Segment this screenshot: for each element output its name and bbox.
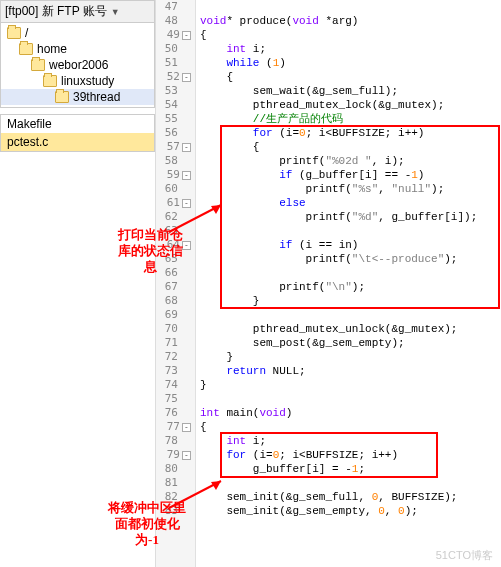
code-line[interactable]: sem_wait(&g_sem_full);: [196, 84, 501, 98]
left-panel: [ftp00] 新 FTP 账号 ▼ /homewebor2006linuxst…: [0, 0, 155, 567]
line-number: 54: [165, 98, 178, 112]
line-number: 53: [165, 84, 178, 98]
gutter-line: 54: [156, 98, 191, 112]
gutter-line: 76: [156, 406, 191, 420]
code-line[interactable]: printf("%s", "null");: [196, 182, 501, 196]
fold-icon[interactable]: -: [182, 423, 191, 432]
code-line[interactable]: for (i=0; i<BUFFSIZE; i++): [196, 448, 501, 462]
code-line[interactable]: }: [196, 294, 501, 308]
code-line[interactable]: printf("\t<--produce");: [196, 252, 501, 266]
code-line[interactable]: int main(void): [196, 406, 501, 420]
line-number: 68: [165, 294, 178, 308]
line-number: 56: [165, 126, 178, 140]
tree-label: 39thread: [73, 90, 120, 104]
line-number: 51: [165, 56, 178, 70]
folder-tree: /homewebor2006linuxstudy39thread: [0, 23, 155, 108]
line-number: 60: [165, 182, 178, 196]
line-number: 78: [165, 434, 178, 448]
gutter-line: 72: [156, 350, 191, 364]
code-line[interactable]: }: [196, 378, 501, 392]
code-line[interactable]: }: [196, 350, 501, 364]
line-number: 70: [165, 322, 178, 336]
chevron-down-icon: ▼: [111, 7, 120, 17]
code-line[interactable]: {: [196, 28, 501, 42]
line-number: 71: [165, 336, 178, 350]
code-line[interactable]: [196, 308, 501, 322]
line-number: 73: [165, 364, 178, 378]
code-line[interactable]: [196, 0, 501, 14]
code-line[interactable]: sem_post(&g_sem_empty);: [196, 336, 501, 350]
file-row[interactable]: Makefile: [1, 115, 154, 133]
tree-item[interactable]: home: [1, 41, 154, 57]
code-area[interactable]: void* produce(void *arg){ int i; while (…: [196, 0, 501, 567]
tree-label: webor2006: [49, 58, 108, 72]
gutter-line: 59-: [156, 168, 191, 182]
code-line[interactable]: {: [196, 420, 501, 434]
gutter-line: 68: [156, 294, 191, 308]
code-line[interactable]: //生产产品的代码: [196, 112, 501, 126]
tree-label: home: [37, 42, 67, 56]
tree-label: linuxstudy: [61, 74, 114, 88]
code-line[interactable]: printf("%02d ", i);: [196, 154, 501, 168]
tree-label: /: [25, 26, 28, 40]
gutter-line: 56: [156, 126, 191, 140]
code-line[interactable]: [196, 266, 501, 280]
code-line[interactable]: int i;: [196, 434, 501, 448]
fold-icon[interactable]: -: [182, 143, 191, 152]
code-line[interactable]: [196, 224, 501, 238]
code-line[interactable]: return NULL;: [196, 364, 501, 378]
line-number: 79: [167, 448, 180, 462]
fold-icon[interactable]: -: [182, 199, 191, 208]
watermark: 51CTO博客: [436, 548, 493, 563]
code-line[interactable]: sem_init(&g_sem_empty, 0, 0);: [196, 504, 501, 518]
code-line[interactable]: sem_init(&g_sem_full, 0, BUFFSIZE);: [196, 490, 501, 504]
code-line[interactable]: if (g_buffer[i] == -1): [196, 168, 501, 182]
fold-icon[interactable]: -: [182, 451, 191, 460]
line-number: 77: [167, 420, 180, 434]
tree-item[interactable]: linuxstudy: [1, 73, 154, 89]
fold-icon[interactable]: -: [182, 171, 191, 180]
code-line[interactable]: {: [196, 140, 501, 154]
gutter-line: 53: [156, 84, 191, 98]
line-gutter: 474849-505152-5354555657-5859-6061-62636…: [156, 0, 196, 567]
gutter-line: 77-: [156, 420, 191, 434]
line-number: 81: [165, 476, 178, 490]
annotation-2: 将缓冲中区里 面都初使化 为-1: [108, 500, 186, 548]
gutter-line: 60: [156, 182, 191, 196]
tree-item[interactable]: 39thread: [1, 89, 154, 105]
code-line[interactable]: pthread_mutex_unlock(&g_mutex);: [196, 322, 501, 336]
code-line[interactable]: [196, 392, 501, 406]
annotation-text: 将缓冲中区里: [108, 500, 186, 516]
code-line[interactable]: [196, 476, 501, 490]
line-number: 49: [167, 28, 180, 42]
fold-icon[interactable]: -: [182, 241, 191, 250]
gutter-line: 80: [156, 462, 191, 476]
fold-icon[interactable]: -: [182, 73, 191, 82]
gutter-line: 62: [156, 210, 191, 224]
code-line[interactable]: printf("\n");: [196, 280, 501, 294]
gutter-line: 47: [156, 0, 191, 14]
code-line[interactable]: for (i=0; i<BUFFSIZE; i++): [196, 126, 501, 140]
tree-item[interactable]: webor2006: [1, 57, 154, 73]
line-number: 74: [165, 378, 178, 392]
ftp-account-dropdown[interactable]: [ftp00] 新 FTP 账号 ▼: [0, 0, 155, 23]
code-line[interactable]: printf("%d", g_buffer[i]);: [196, 210, 501, 224]
code-line[interactable]: {: [196, 70, 501, 84]
tree-item[interactable]: /: [1, 25, 154, 41]
gutter-line: 69: [156, 308, 191, 322]
code-line[interactable]: else: [196, 196, 501, 210]
line-number: 58: [165, 154, 178, 168]
gutter-line: 55: [156, 112, 191, 126]
code-line[interactable]: pthread_mutex_lock(&g_mutex);: [196, 98, 501, 112]
gutter-line: 57-: [156, 140, 191, 154]
code-line[interactable]: void* produce(void *arg): [196, 14, 501, 28]
code-line[interactable]: g_buffer[i] = -1;: [196, 462, 501, 476]
folder-icon: [43, 75, 57, 87]
code-line[interactable]: int i;: [196, 42, 501, 56]
code-line[interactable]: while (1): [196, 56, 501, 70]
code-line[interactable]: if (i == in): [196, 238, 501, 252]
folder-icon: [7, 27, 21, 39]
fold-icon[interactable]: -: [182, 31, 191, 40]
gutter-line: 74: [156, 378, 191, 392]
file-row[interactable]: pctest.c: [1, 133, 154, 151]
